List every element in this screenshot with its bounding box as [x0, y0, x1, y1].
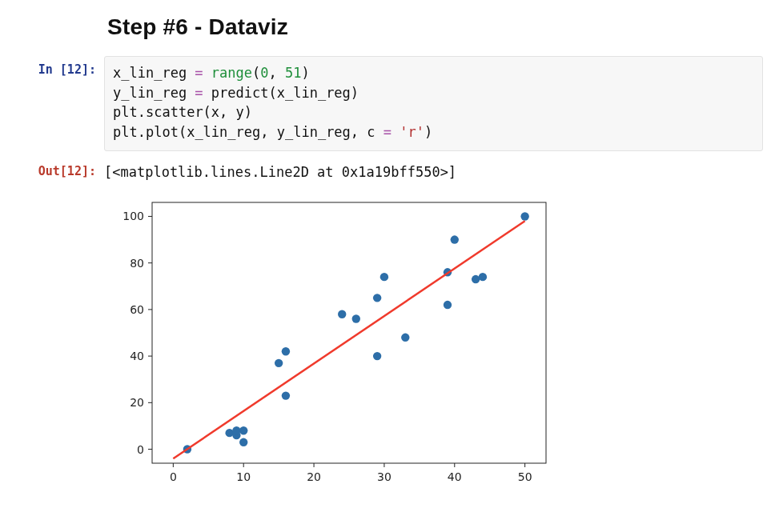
data-point	[275, 358, 283, 366]
x-tick: 30	[377, 463, 392, 483]
data-point	[282, 347, 290, 355]
data-point	[282, 391, 290, 399]
input-cell: In [12]: x_lin_reg = range(0, 51) y_lin_…	[16, 56, 763, 151]
x-tick: 40	[448, 463, 462, 483]
x-tick: 20	[307, 463, 321, 483]
y-tick-label: 20	[130, 396, 144, 409]
data-point	[479, 273, 487, 281]
output-text: [<matplotlib.lines.Line2D at 0x1a19bff55…	[104, 158, 763, 180]
y-tick: 80	[130, 256, 152, 269]
x-tick-label: 40	[448, 470, 462, 483]
x-tick-label: 30	[377, 470, 392, 483]
output-cell: Out[12]: [<matplotlib.lines.Line2D at 0x…	[16, 158, 763, 180]
scatter-plot: 01020304050020406080100	[104, 191, 560, 495]
x-tick-label: 0	[170, 470, 177, 483]
y-tick: 40	[130, 350, 152, 362]
y-tick: 20	[130, 396, 152, 409]
input-prompt: In [12]:	[16, 56, 104, 77]
data-point	[520, 212, 528, 220]
y-tick-label: 100	[122, 210, 144, 222]
data-point	[338, 310, 346, 318]
section-heading: Step #6 - Dataviz	[107, 14, 763, 40]
data-point	[239, 438, 247, 446]
data-point	[373, 351, 381, 359]
x-tick-label: 50	[518, 470, 532, 483]
y-tick: 100	[122, 210, 152, 222]
y-tick-label: 80	[130, 256, 144, 269]
data-point	[401, 333, 409, 341]
data-point	[352, 314, 360, 322]
data-point	[451, 235, 459, 243]
chart-output: 01020304050020406080100	[104, 191, 763, 495]
x-tick-label: 20	[307, 470, 321, 483]
x-tick: 0	[170, 463, 177, 483]
x-tick: 50	[518, 463, 532, 483]
x-tick: 10	[236, 463, 251, 483]
data-point	[373, 294, 381, 302]
y-tick-label: 0	[137, 442, 144, 455]
y-tick: 60	[130, 302, 152, 315]
x-tick-label: 10	[236, 470, 251, 483]
data-point	[239, 426, 247, 434]
y-tick-label: 40	[130, 350, 144, 362]
data-point	[444, 300, 452, 308]
y-tick: 0	[137, 442, 152, 455]
regression-line	[173, 221, 524, 458]
output-prompt: Out[12]:	[16, 158, 104, 178]
y-tick-label: 60	[130, 302, 144, 315]
plot-frame	[152, 202, 546, 463]
data-point	[380, 273, 388, 281]
code-block[interactable]: x_lin_reg = range(0, 51) y_lin_reg = pre…	[104, 56, 763, 151]
